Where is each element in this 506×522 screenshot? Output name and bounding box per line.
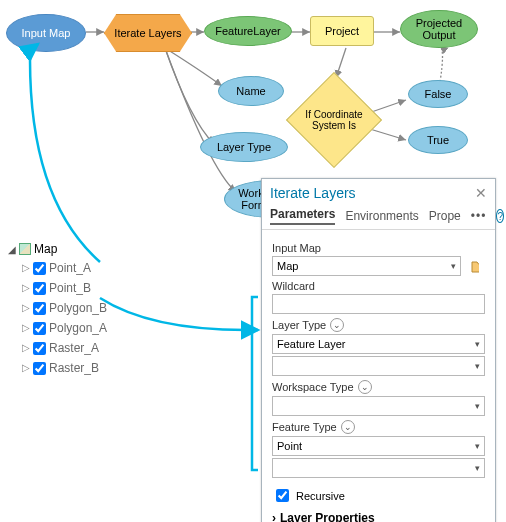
node-if-coordinate-system-is[interactable]: If Coordinate System Is — [286, 72, 382, 168]
toc-layer-item[interactable]: ▷Polygon_B — [22, 298, 128, 318]
label-layer-type: Layer Type ⌄ — [272, 318, 485, 332]
tabs-overflow-icon[interactable]: ••• — [471, 209, 487, 223]
layer-type-extra-dropdown[interactable]: ▾ — [272, 356, 485, 376]
recursive-label: Recursive — [296, 490, 345, 502]
toc-layer-list: ▷Point_A ▷Point_B ▷Polygon_B ▷Polygon_A … — [22, 258, 128, 378]
chevron-down-icon: ▾ — [475, 463, 480, 473]
layer-visibility-checkbox[interactable] — [33, 302, 46, 315]
wildcard-input[interactable] — [272, 294, 485, 314]
toc-layer-item[interactable]: ▷Raster_A — [22, 338, 128, 358]
node-layer-type[interactable]: Layer Type — [200, 132, 288, 162]
label-input-map: Input Map — [272, 242, 485, 254]
recursive-checkbox[interactable] — [276, 489, 289, 502]
toc-layer-label: Raster_B — [49, 358, 99, 378]
toc-layer-item[interactable]: ▷Polygon_A — [22, 318, 128, 338]
chevron-right-icon: › — [272, 511, 276, 522]
toc-layer-label: Point_B — [49, 278, 91, 298]
node-true[interactable]: True — [408, 126, 468, 154]
feature-type-dropdown[interactable]: Point▾ — [272, 436, 485, 456]
toc-root-map[interactable]: ◢ Map — [8, 242, 128, 256]
chevron-down-icon: ▾ — [475, 339, 480, 349]
layer-visibility-checkbox[interactable] — [33, 322, 46, 335]
chevron-down-icon[interactable]: ⌄ — [358, 380, 372, 394]
chevron-down-icon[interactable]: ⌄ — [341, 420, 355, 434]
label-workspace-type: Workspace Type ⌄ — [272, 380, 485, 394]
node-project[interactable]: Project — [310, 16, 374, 46]
expand-icon: ▷ — [22, 278, 30, 298]
collapse-icon: ◢ — [8, 244, 16, 255]
layer-type-dropdown[interactable]: Feature Layer▾ — [272, 334, 485, 354]
layer-properties-expander[interactable]: › Layer Properties — [272, 511, 485, 522]
toc-layer-label: Raster_A — [49, 338, 99, 358]
layer-visibility-checkbox[interactable] — [33, 262, 46, 275]
node-feature-layer[interactable]: FeatureLayer — [204, 16, 292, 46]
iterate-layers-panel: Iterate Layers ✕ Parameters Environments… — [261, 178, 496, 522]
label-feature-type: Feature Type ⌄ — [272, 420, 485, 434]
feature-type-extra-dropdown[interactable]: ▾ — [272, 458, 485, 478]
expand-icon: ▷ — [22, 318, 30, 338]
toc-layer-item[interactable]: ▷Raster_B — [22, 358, 128, 378]
node-iterate-layers[interactable]: Iterate Layers — [104, 14, 192, 52]
node-name[interactable]: Name — [218, 76, 284, 106]
chevron-down-icon: ▾ — [475, 401, 480, 411]
node-projected-output[interactable]: Projected Output — [400, 10, 478, 48]
label-wildcard: Wildcard — [272, 280, 485, 292]
expand-icon: ▷ — [22, 258, 30, 278]
expand-icon: ▷ — [22, 338, 30, 358]
layer-visibility-checkbox[interactable] — [33, 342, 46, 355]
toc-layer-label: Polygon_B — [49, 298, 107, 318]
layer-properties-label: Layer Properties — [280, 511, 375, 522]
input-map-dropdown[interactable]: Map▾ — [272, 256, 461, 276]
tab-environments[interactable]: Environments — [345, 209, 418, 223]
panel-tabs: Parameters Environments Prope ••• ? — [262, 207, 495, 230]
folder-icon — [471, 259, 479, 273]
map-icon — [19, 243, 31, 255]
workspace-type-dropdown[interactable]: ▾ — [272, 396, 485, 416]
help-icon[interactable]: ? — [496, 209, 504, 223]
node-input-map[interactable]: Input Map — [6, 14, 86, 52]
panel-titlebar: Iterate Layers ✕ — [262, 179, 495, 207]
node-false[interactable]: False — [408, 80, 468, 108]
tab-parameters[interactable]: Parameters — [270, 207, 335, 225]
toc-root-label: Map — [34, 242, 57, 256]
toc-layer-item[interactable]: ▷Point_A — [22, 258, 128, 278]
panel-title-text: Iterate Layers — [270, 185, 356, 201]
chevron-down-icon[interactable]: ⌄ — [330, 318, 344, 332]
chevron-down-icon: ▾ — [451, 261, 456, 271]
panel-body: Input Map Map▾ Wildcard Layer Type ⌄ Fea… — [262, 230, 495, 522]
toc-panel: ◢ Map ▷Point_A ▷Point_B ▷Polygon_B ▷Poly… — [8, 242, 128, 378]
browse-button[interactable] — [465, 256, 485, 276]
chevron-down-icon: ▾ — [475, 361, 480, 371]
toc-layer-label: Point_A — [49, 258, 91, 278]
tab-properties[interactable]: Prope — [429, 209, 461, 223]
expand-icon: ▷ — [22, 298, 30, 318]
toc-layer-item[interactable]: ▷Point_B — [22, 278, 128, 298]
close-icon[interactable]: ✕ — [475, 185, 487, 201]
chevron-down-icon: ▾ — [475, 441, 480, 451]
layer-visibility-checkbox[interactable] — [33, 362, 46, 375]
recursive-row: Recursive — [272, 486, 485, 505]
toc-layer-label: Polygon_A — [49, 318, 107, 338]
expand-icon: ▷ — [22, 358, 30, 378]
layer-visibility-checkbox[interactable] — [33, 282, 46, 295]
